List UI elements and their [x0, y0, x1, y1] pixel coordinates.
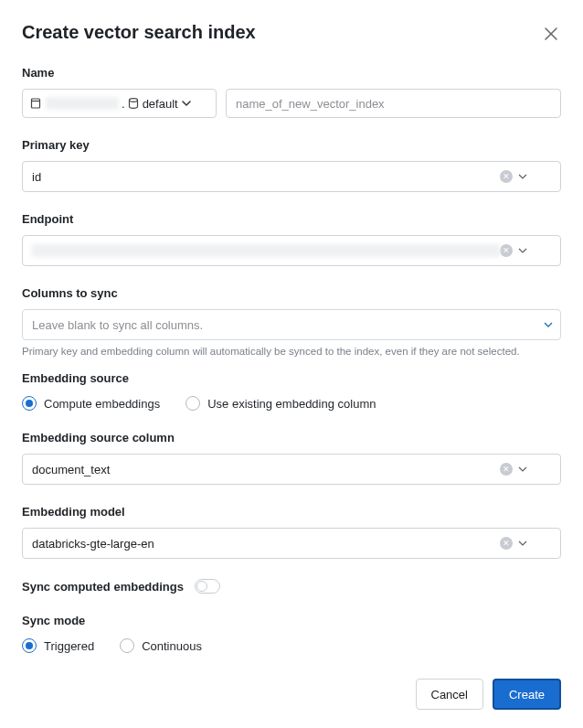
- radio-label: Use existing embedding column: [207, 397, 376, 411]
- source-column-value: document_text: [32, 463, 500, 476]
- endpoint-label: Endpoint: [22, 212, 561, 226]
- name-label: Name: [22, 66, 561, 80]
- index-name-input[interactable]: [226, 89, 561, 118]
- embedding-model-select[interactable]: databricks-gte-large-en ✕: [22, 528, 561, 559]
- chevron-down-icon: [518, 539, 527, 548]
- radio-compute-embeddings[interactable]: Compute embeddings: [22, 396, 160, 411]
- create-button[interactable]: Create: [493, 679, 561, 710]
- chevron-down-icon: [518, 465, 527, 474]
- database-icon: [127, 97, 140, 110]
- radio-label: Compute embeddings: [44, 397, 160, 411]
- primary-key-value: id: [32, 170, 500, 184]
- sync-computed-label: Sync computed embeddings: [22, 580, 184, 594]
- clear-icon[interactable]: ✕: [500, 170, 513, 183]
- catalog-name-redacted: [46, 97, 119, 110]
- embedding-model-label: Embedding model: [22, 505, 561, 519]
- radio-circle-icon: [186, 396, 200, 411]
- columns-placeholder: Leave blank to sync all columns.: [32, 318, 544, 332]
- separator-dot: .: [122, 97, 125, 111]
- catalog-icon: [30, 97, 43, 110]
- catalog-schema-selector[interactable]: . default: [22, 89, 217, 118]
- primary-key-label: Primary key: [22, 138, 561, 152]
- clear-icon[interactable]: ✕: [500, 244, 513, 257]
- cancel-button[interactable]: Cancel: [416, 679, 483, 710]
- schema-name: default: [143, 97, 178, 111]
- toggle-knob-icon: [196, 581, 207, 592]
- radio-label: Continuous: [142, 639, 202, 653]
- create-vector-index-modal: Create vector search index Name . defaul…: [0, 0, 583, 728]
- radio-circle-icon: [22, 396, 37, 411]
- source-column-select[interactable]: document_text ✕: [22, 454, 561, 485]
- chevron-down-icon: [182, 99, 191, 108]
- radio-circle-icon: [22, 638, 37, 653]
- source-column-label: Embedding source column: [22, 431, 561, 444]
- columns-label: Columns to sync: [22, 286, 561, 300]
- embedding-source-label: Embedding source: [22, 371, 561, 385]
- columns-select[interactable]: Leave blank to sync all columns.: [22, 309, 561, 340]
- radio-label: Triggered: [44, 639, 94, 653]
- radio-circle-icon: [120, 638, 134, 653]
- radio-continuous[interactable]: Continuous: [120, 638, 202, 653]
- endpoint-value-redacted: [32, 244, 500, 257]
- radio-use-existing[interactable]: Use existing embedding column: [186, 396, 376, 411]
- radio-triggered[interactable]: Triggered: [22, 638, 94, 653]
- svg-point-2: [129, 99, 137, 102]
- close-icon: [545, 27, 557, 40]
- chevron-down-icon: [544, 320, 553, 329]
- endpoint-select[interactable]: ✕: [22, 235, 561, 266]
- chevron-down-icon: [518, 172, 527, 181]
- sync-mode-label: Sync mode: [22, 614, 561, 627]
- columns-helper-text: Primary key and embedding column will au…: [22, 346, 561, 357]
- primary-key-select[interactable]: id ✕: [22, 161, 561, 192]
- sync-computed-toggle[interactable]: [195, 579, 220, 594]
- close-button[interactable]: [541, 24, 561, 44]
- svg-rect-0: [32, 99, 40, 108]
- modal-title: Create vector search index: [22, 22, 256, 43]
- clear-icon[interactable]: ✕: [500, 537, 513, 550]
- embedding-model-value: databricks-gte-large-en: [32, 537, 500, 551]
- clear-icon[interactable]: ✕: [500, 463, 513, 476]
- chevron-down-icon: [518, 246, 527, 255]
